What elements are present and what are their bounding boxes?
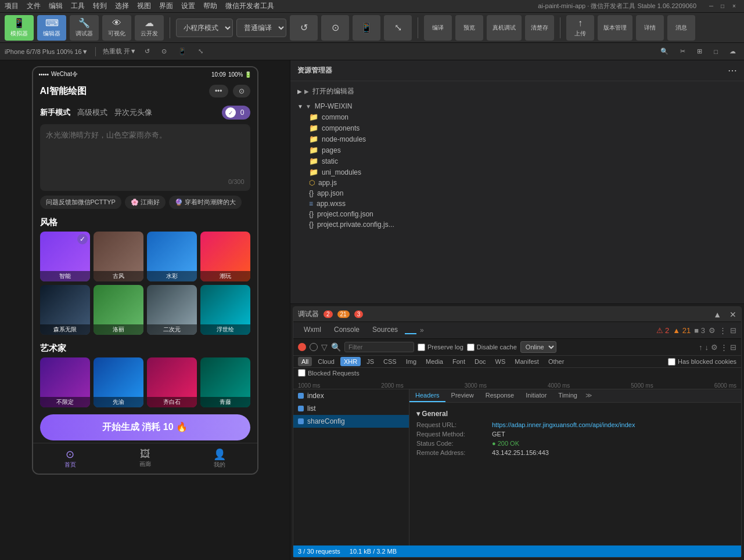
style-item-5[interactable]: 洛丽 — [94, 285, 143, 335]
filter-other[interactable]: Other — [545, 357, 568, 366]
details-tab-timing[interactable]: Timing — [552, 389, 583, 402]
hotreload-label[interactable]: 热重载 开▼ — [103, 47, 136, 56]
toolbar2-icon2[interactable]: ⊙ — [158, 46, 170, 56]
preserve-log-checkbox[interactable] — [418, 344, 425, 351]
close-btn[interactable]: × — [732, 3, 739, 10]
tag-feedback[interactable]: 问题反馈加微信PCTTYP — [40, 196, 121, 209]
toolbar2-icon3[interactable]: 📱 — [175, 46, 190, 56]
style-item-4[interactable]: 森系无限 — [40, 285, 90, 335]
dock-icon[interactable]: ⊟ — [730, 326, 736, 335]
filter-js[interactable]: JS — [363, 357, 378, 366]
file-project-config[interactable]: {} project.config.json — [295, 209, 739, 219]
tab-more[interactable]: » — [418, 323, 426, 338]
filter-manifest[interactable]: Manifest — [511, 357, 542, 366]
menu-item-tools[interactable]: 工具 — [71, 1, 85, 11]
stop-record-btn[interactable] — [310, 343, 318, 351]
expand-btn[interactable]: ⤡ — [384, 15, 412, 41]
tag-jiangnan[interactable]: 🌸 江南好 — [125, 196, 166, 209]
menu-item-settings[interactable]: 设置 — [181, 1, 195, 11]
mode-select[interactable]: 小程序模式 — [176, 19, 233, 37]
menu-item-help[interactable]: 帮助 — [203, 1, 217, 11]
toolbar2-icon5[interactable]: 🔍 — [657, 46, 672, 56]
network-item-index[interactable]: index — [293, 389, 409, 402]
style-item-2[interactable]: 水彩 — [147, 232, 197, 281]
filter-media[interactable]: Media — [422, 357, 447, 366]
visible-btn[interactable]: 👁 可视化 — [102, 15, 131, 41]
file-app-json[interactable]: {} app.json — [295, 188, 739, 198]
refresh-btn[interactable]: ↺ — [290, 15, 318, 41]
details-tab-preview[interactable]: Preview — [445, 389, 480, 402]
artist-item-1[interactable]: 先渝 — [94, 357, 143, 407]
tab-beginner[interactable]: 新手模式 — [40, 107, 70, 118]
menu-item-wechat[interactable]: 微信开发者工具 — [225, 1, 274, 11]
phone-btn[interactable]: 📱 — [353, 15, 380, 41]
nav-gallery[interactable]: 🖼 画廊 — [107, 443, 182, 474]
settings-icon[interactable]: ⚙ — [709, 326, 716, 335]
compile-select[interactable]: 普通编译 — [236, 19, 286, 37]
open-editors-header[interactable]: ▶ 打开的编辑器 — [295, 85, 739, 97]
tab-advanced[interactable]: 高级模式 — [77, 107, 107, 118]
tab-network[interactable] — [405, 326, 416, 334]
filter-icon[interactable]: ▽ — [321, 342, 328, 352]
filter-cloud[interactable]: Cloud — [314, 357, 338, 366]
network-filter-input[interactable] — [344, 342, 414, 352]
details-tab-headers[interactable]: Headers — [409, 389, 445, 402]
style-item-7[interactable]: 浮世绘 — [200, 285, 250, 335]
devtools-up-btn[interactable]: ▲ — [713, 310, 721, 319]
style-item-1[interactable]: 古风 — [94, 232, 143, 281]
file-project-private[interactable]: {} project.private.config.js... — [295, 219, 739, 230]
details-tab-more[interactable]: ≫ — [583, 389, 595, 402]
file-app-wxss[interactable]: ≡ app.wxss — [295, 198, 739, 209]
detail-btn[interactable]: 详情 — [636, 15, 664, 41]
filter-ws[interactable]: WS — [492, 357, 509, 366]
file-components[interactable]: 📁 components — [295, 122, 739, 133]
filter-xhr[interactable]: XHR — [340, 357, 361, 366]
toolbar2-icon6[interactable]: ✂ — [677, 46, 689, 56]
cloud-btn[interactable]: ☁ 云开发 — [135, 15, 164, 41]
menu-item-goto[interactable]: 转到 — [93, 1, 107, 11]
net-settings-icon[interactable]: ⚙ — [711, 343, 718, 352]
menu-item-interface[interactable]: 界面 — [159, 1, 173, 11]
net-dock-icon[interactable]: ⊟ — [730, 343, 736, 352]
file-node-modules[interactable]: 📁 node-modules — [295, 133, 739, 144]
general-section-title[interactable]: ▾ General — [416, 407, 734, 420]
tab-avatar[interactable]: 异次元头像 — [114, 107, 152, 118]
artist-item-2[interactable]: 齐白石 — [147, 357, 197, 407]
stop-btn[interactable]: ⊙ — [321, 15, 349, 41]
prompt-input[interactable] — [46, 130, 245, 176]
network-item-shareconfig[interactable]: shareConfig — [293, 415, 409, 428]
menu-item-view[interactable]: 视图 — [137, 1, 151, 11]
menu-item-select[interactable]: 选择 — [115, 1, 129, 11]
more-icon[interactable]: ⋮ — [719, 326, 727, 335]
filter-img[interactable]: Img — [402, 357, 420, 366]
menu-item-file[interactable]: 文件 — [27, 1, 41, 11]
version-btn[interactable]: 版本管理 — [598, 15, 632, 41]
maximize-btn[interactable]: □ — [721, 3, 728, 10]
toolbar2-icon7[interactable]: ⊞ — [693, 46, 706, 56]
details-tab-response[interactable]: Response — [480, 389, 520, 402]
filter-font[interactable]: Font — [449, 357, 469, 366]
nav-profile[interactable]: 👤 我的 — [182, 443, 257, 474]
style-item-3[interactable]: 潮玩 — [200, 232, 250, 281]
artist-item-0[interactable]: 不限定 — [40, 357, 90, 407]
toolbar2-icon4[interactable]: ⤡ — [195, 46, 207, 56]
filter-doc[interactable]: Doc — [471, 357, 490, 366]
tab-sources[interactable]: Sources — [366, 322, 404, 338]
preview-btn[interactable]: 预览 — [455, 15, 483, 41]
record-btn[interactable] — [298, 343, 306, 351]
upload-btn[interactable]: ↑ 上传 — [566, 15, 594, 41]
net-more-icon[interactable]: ⋮ — [720, 343, 728, 352]
details-tab-initiator[interactable]: Initiator — [520, 389, 552, 402]
filter-css[interactable]: CSS — [380, 357, 400, 366]
style-item-0[interactable]: 智能 — [40, 232, 90, 281]
tab-console[interactable]: Console — [328, 322, 365, 338]
header-btn1[interactable]: ••• — [209, 85, 228, 97]
tag-fashion[interactable]: 🔮 穿着时尚潮牌的大 — [169, 196, 242, 209]
style-item-6[interactable]: 二次元 — [147, 285, 197, 335]
artist-item-3[interactable]: 青藤 — [200, 357, 250, 407]
translate-btn[interactable]: 编译 — [424, 15, 452, 41]
nav-home[interactable]: ⊙ 首页 — [33, 443, 108, 474]
file-static[interactable]: 📁 static — [295, 156, 739, 167]
file-uni-modules[interactable]: 📁 uni_modules — [295, 167, 739, 178]
menu-item-project[interactable]: 项目 — [5, 1, 19, 11]
